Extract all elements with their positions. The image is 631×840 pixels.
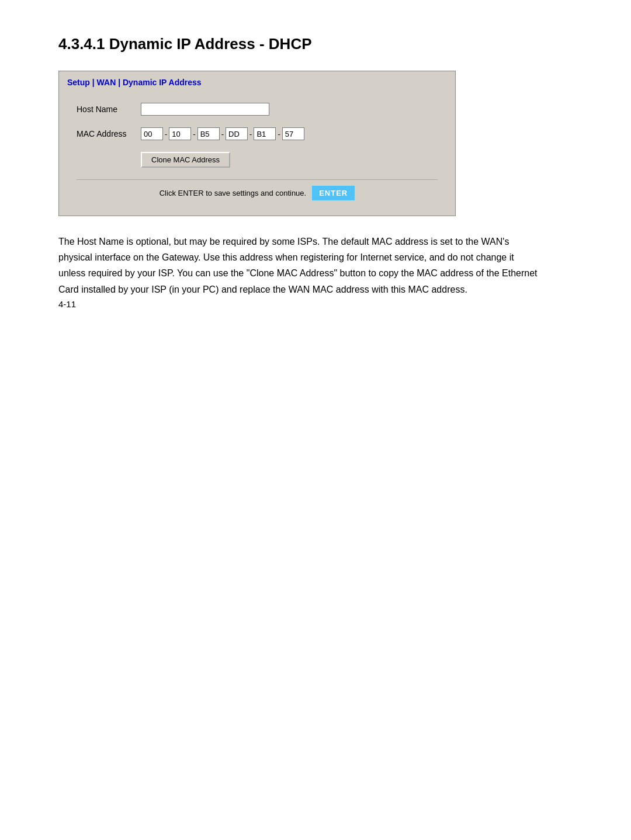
- mac-input-2[interactable]: [197, 127, 220, 140]
- enter-instruction: Click ENTER to save settings and continu…: [160, 189, 306, 197]
- mac-segment-5: [282, 127, 304, 140]
- mac-input-4[interactable]: [254, 127, 276, 140]
- mac-segment-0: [141, 127, 163, 140]
- host-name-label: Host Name: [77, 105, 141, 114]
- mac-sep-0: -: [163, 130, 169, 138]
- router-ui-dialog: Setup | WAN | Dynamic IP Address Host Na…: [58, 71, 456, 216]
- mac-input-1[interactable]: [169, 127, 191, 140]
- mac-segment-3: [226, 127, 248, 140]
- enter-button[interactable]: ENTER: [312, 186, 355, 200]
- clone-mac-button[interactable]: Clone MAC Address: [141, 152, 230, 168]
- host-name-row: Host Name: [77, 103, 438, 116]
- mac-segment-1: [169, 127, 191, 140]
- mac-segment-2: [197, 127, 220, 140]
- nav-breadcrumb: Setup | WAN | Dynamic IP Address: [67, 78, 202, 87]
- mac-input-5[interactable]: [282, 127, 304, 140]
- clone-mac-row: Clone MAC Address: [141, 152, 438, 168]
- page-title: 4.3.4.1 Dynamic IP Address - DHCP: [58, 35, 584, 53]
- enter-row: Click ENTER to save settings and continu…: [77, 179, 438, 204]
- mac-input-3[interactable]: [226, 127, 248, 140]
- mac-address-fields: - - - - -: [141, 127, 304, 140]
- router-ui-body: Host Name MAC Address - -: [59, 91, 455, 216]
- mac-sep-4: -: [276, 130, 282, 138]
- description-text: The Host Name is optional, but may be re…: [58, 234, 538, 297]
- mac-sep-3: -: [248, 130, 254, 138]
- mac-address-row: MAC Address - - -: [77, 127, 438, 140]
- mac-sep-1: -: [191, 130, 197, 138]
- mac-address-label: MAC Address: [77, 129, 141, 138]
- router-ui-titlebar: Setup | WAN | Dynamic IP Address: [59, 71, 455, 91]
- mac-sep-2: -: [220, 130, 226, 138]
- page-number: 4-11: [58, 299, 76, 309]
- host-name-input[interactable]: [141, 103, 269, 116]
- mac-segment-4: [254, 127, 276, 140]
- mac-input-0[interactable]: [141, 127, 163, 140]
